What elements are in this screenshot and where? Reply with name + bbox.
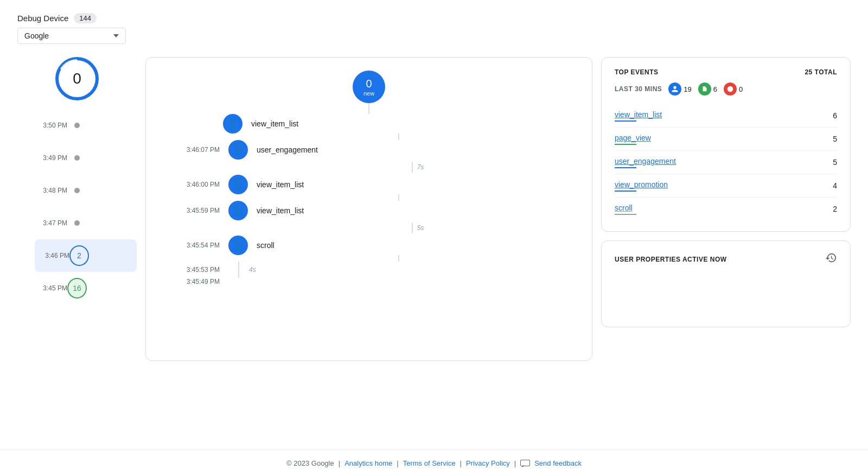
timeline-row-active[interactable]: 3:46 PM 2 [35,239,137,272]
event-time: 3:46:00 PM [163,181,228,188]
timeline-dot-area [67,123,87,128]
timeline-badge-green: 16 [67,278,87,299]
timeline-dot [74,155,80,161]
right-column: TOP EVENTS 25 TOTAL LAST 30 MINS 19 [601,57,851,327]
underline [615,144,636,145]
timeline-row: 3:49 PM [35,142,137,174]
vertical-line [368,103,369,114]
device-select[interactable]: Google [17,28,126,44]
event-row: 👤 view_item_list [163,114,575,134]
vertical-line [398,194,399,201]
main-count-value: 0 [73,70,81,87]
user-properties-card: USER PROPERTIES ACTIVE NOW [601,240,851,327]
event-name[interactable]: scroll [248,241,275,250]
analytics-home-link[interactable]: Analytics home [344,459,392,467]
event-list-name[interactable]: user_engagement [615,157,676,166]
event-list-name[interactable]: scroll [615,204,633,212]
event-list: view_item_list 6 page_view 5 [615,104,837,220]
left-timeline: 0 3:50 PM 3:49 PM [17,57,137,304]
terms-link[interactable]: Terms of Service [403,459,456,467]
event-new-circle: 0 new [353,71,385,103]
event-icon-wrap: 👤 [228,201,248,220]
event-time: 3:45:54 PM [163,242,228,249]
event-list-item: view_item_list 6 [615,104,837,128]
timeline-time: 3:47 PM [35,219,67,227]
gap-label: 4s [249,266,256,274]
event-list-name[interactable]: page_view [615,134,651,142]
timeline-time: 3:50 PM [35,122,67,129]
event-list-count: 2 [833,205,837,213]
event-block: 3:45:53 PM 4s [163,262,575,278]
event-new-label: new [363,90,374,97]
event-name[interactable]: view_item_list [248,180,304,189]
event-name[interactable]: view_item_list [242,119,298,128]
person-icon: 👤 [233,240,244,251]
event-block: 👤 view_item_list [163,114,575,134]
event-list-count: 4 [833,181,837,190]
timeline-dot-area [67,188,87,193]
event-name[interactable]: user_engagement [248,145,318,154]
debug-count-badge: 144 [74,13,97,23]
vertical-line [398,134,399,140]
vertical-line [398,255,399,262]
event-list-count: 5 [833,135,837,143]
svg-rect-1 [521,460,530,466]
privacy-link[interactable]: Privacy Policy [466,459,510,467]
footer-divider: | [339,459,340,467]
footer-divider: | [397,459,398,467]
event-time: 3:46:07 PM [163,146,228,154]
blue-count-value: 19 [684,85,691,93]
event-icon: 👤 [228,201,248,220]
top-events-card: TOP EVENTS 25 TOTAL LAST 30 MINS 19 [601,57,851,232]
event-block: 3:45:59 PM 👤 view_item_list 5s [163,201,575,236]
timeline-dot-area: 2 [69,245,89,266]
gap-label: 7s [417,163,424,171]
event-block: 3:45:54 PM 👤 scroll [163,236,575,255]
feedback-link[interactable]: Send feedback [534,459,582,467]
timeline-row: 3:47 PM [35,207,137,239]
event-list-name[interactable]: view_item_list [615,110,662,119]
timeline-time: 3:49 PM [35,154,67,162]
event-name[interactable]: view_item_list [248,206,304,215]
event-row: 3:45:59 PM 👤 view_item_list [163,201,575,220]
vertical-line [412,223,413,233]
last-30-label: LAST 30 MINS [615,85,662,93]
event-icon: 👤 [228,236,248,255]
timeline-time: 3:48 PM [35,187,67,194]
underline [615,167,636,168]
timeline-row: 3:48 PM [35,174,137,207]
history-icon[interactable] [825,252,837,266]
underline [615,120,636,122]
timeline-dot-area: 16 [67,278,87,299]
timeline-dot [74,123,80,128]
event-row: 3:46:00 PM 👤 view_item_list [163,175,575,194]
footer-divider: | [514,459,516,467]
event-list-name[interactable]: view_promotion [615,180,668,189]
event-name-wrap: view_item_list [615,110,662,122]
badge-value: 2 [77,251,81,260]
top-events-subheader: LAST 30 MINS 19 6 [615,82,837,96]
timeline-row: 3:50 PM [35,109,137,142]
vertical-line [412,162,413,173]
event-block: 3:46:07 PM 👤 user_engagement 7s [163,140,575,175]
event-timeline: 0 new 👤 view_item_list [163,71,575,285]
user-props-header: USER PROPERTIES ACTIVE NOW [615,252,837,266]
blue-badge-icon [668,82,681,96]
event-list-item: view_promotion 4 [615,174,837,198]
event-name-wrap: user_engagement [615,156,676,168]
debug-row: Debug Device 144 [17,13,851,23]
event-time: 3:45:59 PM [163,207,228,214]
main-count-circle: 0 [55,57,99,100]
event-icon-wrap: 👤 [228,140,248,160]
user-props-title: USER PROPERTIES ACTIVE NOW [615,256,727,263]
timeline-dot-area [67,220,87,226]
top-events-total: 25 TOTAL [805,68,837,76]
header: Debug Device 144 Google [17,13,851,44]
timeline-row[interactable]: 3:45 PM 16 [35,272,137,304]
timeline-dot-area [67,155,87,161]
timeline-dot [74,188,80,193]
blue-count-badge: 19 [668,82,691,96]
event-block: 3:46:00 PM 👤 view_item_list [163,175,575,194]
top-events-header: TOP EVENTS 25 TOTAL [615,68,837,76]
person-icon: 👤 [233,180,244,190]
